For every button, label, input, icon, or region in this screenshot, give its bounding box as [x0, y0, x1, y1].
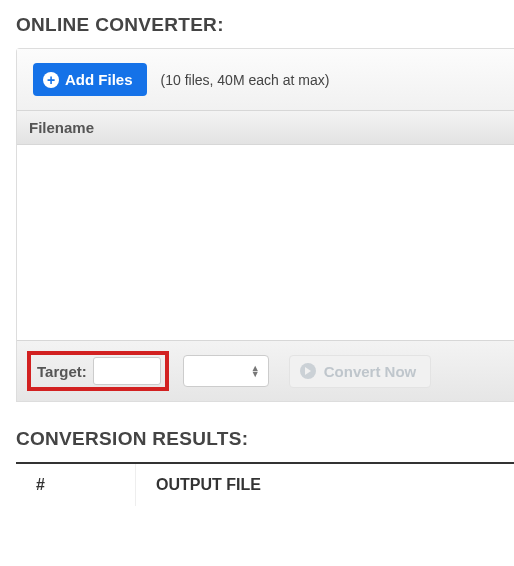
target-select-inner[interactable] [93, 357, 161, 385]
convert-now-label: Convert Now [324, 363, 417, 380]
conversion-results-heading: CONVERSION RESULTS: [0, 402, 514, 462]
online-converter-heading: ONLINE CONVERTER: [0, 0, 514, 48]
panel-toolbar: + Add Files (10 files, 40M each at max) [17, 49, 514, 110]
target-select[interactable]: ▲▼ [183, 355, 269, 387]
results-output-column-header: OUTPUT FILE [136, 464, 514, 506]
add-files-label: Add Files [65, 71, 133, 88]
convert-now-button[interactable]: Convert Now [289, 355, 432, 388]
file-list-body [17, 145, 514, 341]
target-highlight-box: Target: [27, 351, 169, 391]
upload-limit-hint: (10 files, 40M each at max) [161, 72, 330, 88]
filename-column-header: Filename [17, 110, 514, 145]
chevron-up-down-icon: ▲▼ [251, 365, 260, 377]
add-files-button[interactable]: + Add Files [33, 63, 147, 96]
converter-panel: + Add Files (10 files, 40M each at max) … [16, 48, 514, 402]
target-label: Target: [37, 363, 87, 380]
plus-icon: + [43, 72, 59, 88]
arrow-right-icon [300, 363, 316, 379]
results-table-header: # OUTPUT FILE [16, 462, 514, 506]
results-hash-column-header: # [16, 464, 136, 506]
panel-footer: Target: ▲▼ Convert Now [17, 341, 514, 401]
